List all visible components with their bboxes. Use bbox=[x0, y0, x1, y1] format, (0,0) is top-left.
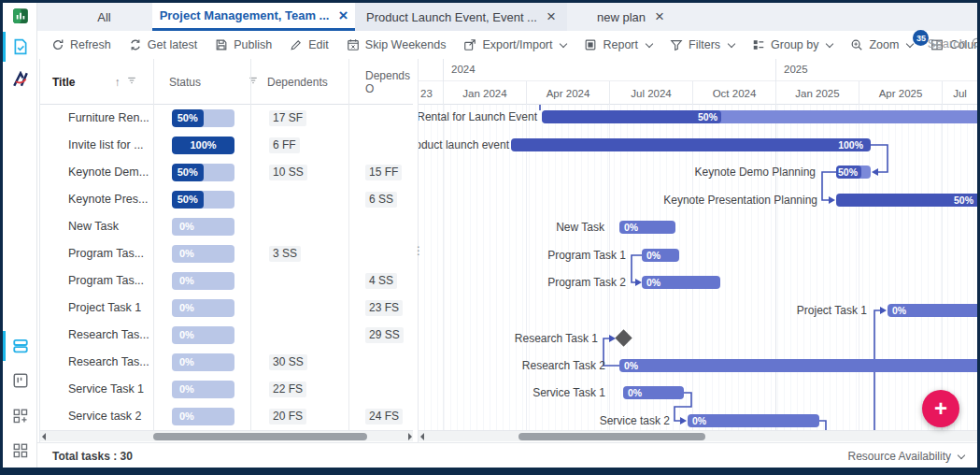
scroll-left-arrow[interactable] bbox=[42, 433, 46, 440]
table-row[interactable]: Research Tas...0%29 SS bbox=[40, 322, 413, 349]
table-row[interactable]: New Task0% bbox=[40, 213, 413, 240]
dependency-connectors bbox=[419, 105, 977, 430]
add-task-button[interactable]: + bbox=[922, 390, 959, 427]
apps-grid-icon bbox=[12, 442, 29, 459]
toolbar-publish-button[interactable]: Publish bbox=[215, 38, 272, 51]
toolbar-export-import-button[interactable]: Export/Import bbox=[463, 38, 566, 51]
gantt-task-label: Research Task 1 bbox=[515, 332, 598, 345]
gantt-bar[interactable]: 0% bbox=[623, 386, 684, 399]
scroll-thumb[interactable] bbox=[153, 433, 367, 440]
table-row[interactable]: Keynote Pres...50%6 SS bbox=[40, 186, 413, 213]
column-header-status[interactable]: Status bbox=[153, 59, 250, 105]
table-row[interactable]: Program Tas...0%3 SS bbox=[40, 240, 413, 267]
dependents-cell[interactable]: 30 SS bbox=[269, 354, 307, 370]
resource-availability-toggle[interactable]: Resource Availability bbox=[847, 450, 964, 463]
gantt-bar[interactable]: 50% bbox=[542, 110, 977, 123]
dependents-cell[interactable]: 17 SF bbox=[269, 110, 306, 126]
sidebar-item-a-logo[interactable] bbox=[12, 71, 29, 88]
scroll-right-arrow[interactable] bbox=[408, 433, 412, 440]
table-row[interactable]: Program Tas...0%4 SS bbox=[40, 267, 413, 295]
column-header-depends-o[interactable]: Depends O bbox=[348, 59, 413, 105]
gantt-bar[interactable]: 0% bbox=[642, 249, 679, 262]
depends-on-cell[interactable]: 29 SS bbox=[365, 327, 404, 343]
status-progress-cell[interactable]: 0% bbox=[172, 245, 234, 263]
status-progress-cell[interactable]: 0% bbox=[172, 272, 234, 290]
table-row[interactable]: Furniture Ren...50%17 SF bbox=[40, 105, 413, 132]
dependents-cell[interactable]: 22 FS bbox=[269, 381, 306, 397]
chevron-down-icon bbox=[646, 39, 653, 47]
tab-new-plan[interactable]: new plan× bbox=[567, 3, 694, 31]
table-row[interactable]: Service task 20%20 FS24 FS bbox=[40, 403, 413, 430]
table-row[interactable]: Research Tas...0%30 SS bbox=[40, 349, 413, 376]
column-header-dependents[interactable]: Dependents bbox=[250, 59, 348, 105]
progress-label: 0% bbox=[179, 299, 194, 317]
sidebar-item-planner-logo[interactable] bbox=[12, 7, 29, 24]
depends-on-cell[interactable]: 23 FS bbox=[365, 300, 403, 316]
gantt-horizontal-scrollbar[interactable] bbox=[419, 430, 977, 441]
table-row[interactable]: Project Task 10%23 FS bbox=[40, 295, 413, 322]
gantt-bar[interactable]: 0% bbox=[642, 276, 720, 289]
depends-on-cell[interactable]: 4 SS bbox=[365, 273, 397, 289]
gantt-bar[interactable]: 50% bbox=[836, 166, 871, 179]
status-progress-cell[interactable]: 0% bbox=[172, 326, 234, 344]
toolbar-edit-button[interactable]: Edit bbox=[290, 38, 329, 51]
table-row[interactable]: Keynote Dem...50%10 SS15 FF bbox=[40, 159, 413, 186]
table-horizontal-scrollbar[interactable] bbox=[40, 430, 413, 441]
status-progress-cell[interactable]: 0% bbox=[172, 353, 234, 371]
tab-all[interactable]: All bbox=[56, 3, 152, 31]
dependents-cell[interactable]: 3 SS bbox=[269, 246, 301, 262]
column-label: Depends O bbox=[365, 69, 413, 95]
search-input[interactable]: Search bbox=[928, 36, 977, 50]
status-progress-cell[interactable]: 50% bbox=[172, 164, 234, 181]
gantt-bar[interactable]: 0% bbox=[619, 221, 675, 234]
toolbar-refresh-button[interactable]: Refresh bbox=[51, 38, 111, 51]
tab-project-management-team[interactable]: Project Management, Team ...× bbox=[152, 3, 355, 31]
sidebar-item-new-plan-grid[interactable] bbox=[12, 408, 29, 425]
sidebar-item-apps-grid[interactable] bbox=[12, 442, 29, 459]
status-progress-cell[interactable]: 50% bbox=[172, 191, 234, 209]
dependents-cell[interactable]: 6 FF bbox=[269, 137, 300, 153]
status-progress-cell[interactable]: 100% bbox=[172, 137, 234, 154]
toolbar-filters-button[interactable]: Filters bbox=[670, 38, 734, 51]
close-icon[interactable]: × bbox=[338, 9, 348, 22]
plans-list-icon bbox=[12, 338, 29, 354]
gantt-bar[interactable]: 0% bbox=[619, 359, 977, 372]
status-progress-cell[interactable]: 0% bbox=[172, 381, 234, 398]
status-progress-cell[interactable]: 50% bbox=[172, 109, 234, 127]
table-row[interactable]: Service Task 10%22 FS bbox=[40, 376, 413, 403]
toolbar-get-latest-button[interactable]: Get latest bbox=[129, 38, 198, 51]
depends-on-cell[interactable]: 15 FF bbox=[365, 165, 402, 180]
gantt-bar[interactable]: 100% bbox=[511, 138, 871, 151]
depends-on-cell[interactable]: 24 FS bbox=[365, 409, 403, 425]
task-title-cell: Keynote Pres... bbox=[68, 193, 148, 206]
depends-on-cell[interactable]: 6 SS bbox=[365, 192, 397, 208]
toolbar-report-button[interactable]: Report bbox=[584, 38, 652, 51]
column-header-title[interactable]: Title↑ bbox=[40, 59, 153, 105]
status-progress-cell[interactable]: 0% bbox=[172, 408, 234, 425]
filter-icon[interactable] bbox=[126, 75, 137, 89]
close-icon[interactable]: × bbox=[547, 10, 556, 23]
toolbar-label: Group by bbox=[771, 38, 818, 51]
status-progress-cell[interactable]: 0% bbox=[172, 218, 234, 236]
gantt-bar[interactable]: 0% bbox=[688, 414, 819, 427]
gantt-bar[interactable]: 0% bbox=[888, 304, 977, 317]
close-icon[interactable]: × bbox=[655, 10, 664, 23]
gantt-bar[interactable]: 50% bbox=[836, 194, 977, 207]
scroll-thumb[interactable] bbox=[518, 433, 705, 440]
progress-fill: 100% bbox=[172, 137, 234, 154]
progress-label: 0% bbox=[179, 353, 194, 371]
toolbar-skip-weekends-button[interactable]: Skip Weekends bbox=[347, 38, 447, 51]
scroll-left-arrow[interactable] bbox=[420, 433, 424, 440]
dependents-cell[interactable]: 10 SS bbox=[269, 165, 307, 180]
dependents-cell[interactable]: 20 FS bbox=[269, 409, 306, 425]
sidebar-item-plan-doc[interactable] bbox=[12, 38, 29, 55]
toolbar-zoom-button[interactable]: Zoom35 bbox=[850, 38, 913, 51]
tab-product-launch-event-event[interactable]: Product Launch Event, Event ...× bbox=[355, 3, 567, 31]
progress-label: 0% bbox=[179, 408, 194, 425]
sidebar-item-board-view[interactable] bbox=[12, 372, 29, 389]
toolbar-group-by-button[interactable]: Group by bbox=[752, 38, 832, 51]
sort-ascending-icon[interactable]: ↑ bbox=[114, 76, 120, 89]
status-progress-cell[interactable]: 0% bbox=[172, 299, 234, 317]
sidebar-item-plans-list[interactable] bbox=[12, 338, 29, 354]
table-row[interactable]: Invite list for ...100%6 FF bbox=[40, 132, 413, 159]
